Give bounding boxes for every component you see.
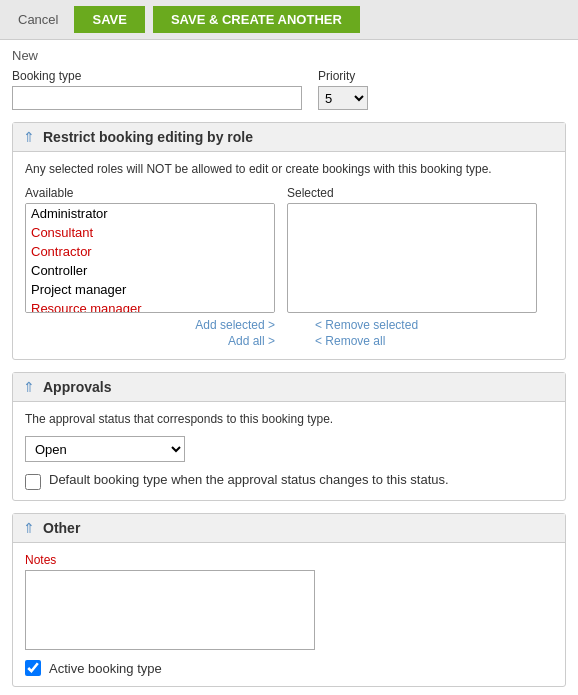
save-button[interactable]: SAVE (74, 6, 144, 33)
other-title: Other (43, 520, 80, 536)
active-booking-checkbox[interactable] (25, 660, 41, 676)
approvals-title: Approvals (43, 379, 111, 395)
dual-list-row: Available Administrator Consultant Contr… (25, 186, 553, 313)
notes-textarea[interactable] (25, 570, 315, 650)
priority-field-group: Priority 5 1 2 3 4 6 7 8 9 10 (318, 69, 368, 110)
add-selected-button[interactable]: Add selected > (195, 317, 275, 333)
restrict-booking-desc: Any selected roles will NOT be allowed t… (25, 162, 553, 176)
approvals-body: The approval status that corresponds to … (13, 402, 565, 500)
active-booking-row: Active booking type (25, 660, 553, 676)
booking-type-label: Booking type (12, 69, 302, 83)
page-status: New (12, 48, 566, 63)
restrict-booking-body: Any selected roles will NOT be allowed t… (13, 152, 565, 359)
other-body: Notes Active booking type (13, 543, 565, 686)
selected-list-col: Selected (287, 186, 537, 313)
selected-listbox[interactable] (287, 203, 537, 313)
restrict-booking-header: ⇑ Restrict booking editing by role (13, 123, 565, 152)
collapse-icon[interactable]: ⇑ (23, 129, 35, 145)
list-item[interactable]: Consultant (26, 223, 274, 242)
booking-type-field-group: Booking type (12, 69, 302, 110)
priority-label: Priority (318, 69, 368, 83)
page-content: New Booking type Priority 5 1 2 3 4 6 7 … (0, 40, 578, 695)
approvals-desc: The approval status that corresponds to … (25, 412, 553, 426)
restrict-booking-title: Restrict booking editing by role (43, 129, 253, 145)
dual-list-actions-row: Add selected > Add all > < Remove select… (25, 317, 553, 349)
available-list-col: Available Administrator Consultant Contr… (25, 186, 275, 313)
default-booking-checkbox[interactable] (25, 474, 41, 490)
list-item[interactable]: Controller (26, 261, 274, 280)
approval-status-select[interactable]: Open Approved Pending Rejected (25, 436, 185, 462)
add-all-button[interactable]: Add all > (228, 333, 275, 349)
notes-label: Notes (25, 553, 553, 567)
save-create-button[interactable]: SAVE & CREATE ANOTHER (153, 6, 360, 33)
other-header: ⇑ Other (13, 514, 565, 543)
list-item[interactable]: Project manager (26, 280, 274, 299)
default-booking-type-row: Default booking type when the approval s… (25, 472, 553, 490)
notes-field-group: Notes (25, 553, 553, 650)
priority-select[interactable]: 5 1 2 3 4 6 7 8 9 10 (318, 86, 368, 110)
cancel-button[interactable]: Cancel (10, 8, 66, 31)
available-listbox[interactable]: Administrator Consultant Contractor Cont… (25, 203, 275, 313)
remove-all-button[interactable]: < Remove all (315, 333, 385, 349)
other-collapse-icon[interactable]: ⇑ (23, 520, 35, 536)
list-item[interactable]: Administrator (26, 204, 274, 223)
available-label: Available (25, 186, 275, 200)
booking-type-priority-row: Booking type Priority 5 1 2 3 4 6 7 8 9 … (12, 69, 566, 110)
remove-selected-button[interactable]: < Remove selected (315, 317, 418, 333)
toolbar: Cancel SAVE SAVE & CREATE ANOTHER (0, 0, 578, 40)
restrict-booking-section: ⇑ Restrict booking editing by role Any s… (12, 122, 566, 360)
approvals-header: ⇑ Approvals (13, 373, 565, 402)
booking-type-input[interactable] (12, 86, 302, 110)
selected-label: Selected (287, 186, 537, 200)
active-booking-label: Active booking type (49, 661, 162, 676)
list-item[interactable]: Resource manager (26, 299, 274, 313)
actions-right: < Remove selected < Remove all (303, 317, 553, 349)
approvals-collapse-icon[interactable]: ⇑ (23, 379, 35, 395)
default-booking-label: Default booking type when the approval s… (49, 472, 449, 487)
list-item[interactable]: Contractor (26, 242, 274, 261)
other-section: ⇑ Other Notes Active booking type (12, 513, 566, 687)
approvals-section: ⇑ Approvals The approval status that cor… (12, 372, 566, 501)
actions-left: Add selected > Add all > (25, 317, 275, 349)
dual-list-wrapper: Available Administrator Consultant Contr… (25, 186, 553, 349)
